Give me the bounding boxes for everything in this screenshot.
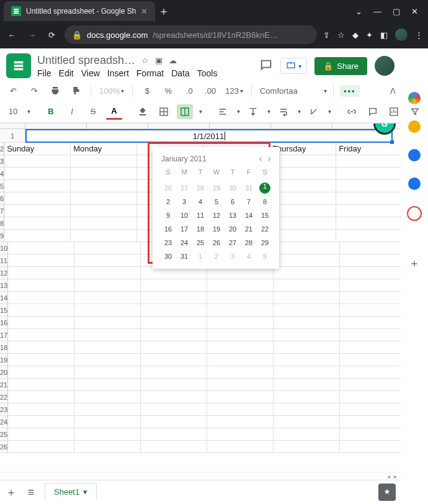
cell[interactable] bbox=[71, 180, 137, 192]
date-picker-day[interactable]: 25 bbox=[194, 236, 207, 249]
tasks-sidebar-icon[interactable] bbox=[408, 149, 421, 161]
increase-decimal-button[interactable]: .00 bbox=[202, 83, 218, 98]
date-picker-day[interactable]: 5 bbox=[210, 196, 223, 208]
date-picker-day[interactable]: 22 bbox=[258, 223, 272, 235]
cell[interactable] bbox=[207, 441, 274, 453]
row-header[interactable]: 6 bbox=[0, 192, 4, 205]
cell[interactable] bbox=[340, 341, 401, 354]
cell[interactable] bbox=[4, 217, 71, 230]
menu-insert[interactable]: Insert bbox=[107, 68, 129, 78]
row-header[interactable]: 15 bbox=[0, 304, 8, 317]
cell[interactable] bbox=[274, 254, 340, 267]
paint-format-button[interactable] bbox=[68, 83, 84, 98]
add-addon-button[interactable]: ＋ bbox=[409, 256, 420, 271]
cell[interactable] bbox=[74, 416, 141, 428]
cell[interactable] bbox=[8, 267, 74, 279]
cell[interactable] bbox=[336, 192, 401, 205]
row-header[interactable]: 14 bbox=[0, 292, 8, 304]
cell[interactable] bbox=[270, 180, 336, 192]
cell[interactable] bbox=[141, 441, 207, 453]
add-sheet-button[interactable]: ＋ bbox=[5, 485, 17, 500]
cell[interactable]: Thursday bbox=[270, 143, 336, 155]
date-picker-day[interactable]: 2 bbox=[210, 250, 223, 263]
link-button[interactable] bbox=[344, 104, 360, 119]
cell[interactable] bbox=[74, 254, 141, 267]
cell[interactable] bbox=[340, 379, 401, 391]
cell[interactable] bbox=[207, 379, 274, 391]
puzzle-icon[interactable]: ✦ bbox=[366, 30, 373, 40]
cell[interactable] bbox=[141, 403, 207, 416]
cell[interactable] bbox=[336, 217, 401, 230]
cell[interactable] bbox=[207, 317, 274, 329]
date-picker-day[interactable]: 8 bbox=[258, 196, 272, 208]
cell[interactable] bbox=[8, 354, 74, 366]
cell[interactable] bbox=[274, 366, 340, 379]
date-picker-popup[interactable]: January 2011 ‹ › SMTWTFS2627282930311234… bbox=[153, 147, 279, 269]
cell[interactable] bbox=[270, 192, 336, 205]
strike-button[interactable]: S bbox=[85, 104, 101, 119]
cell[interactable] bbox=[74, 354, 141, 366]
cell[interactable] bbox=[4, 192, 71, 205]
date-picker-day[interactable]: 29 bbox=[258, 236, 272, 249]
borders-button[interactable] bbox=[156, 104, 172, 119]
cell[interactable] bbox=[141, 428, 207, 441]
cell[interactable] bbox=[141, 304, 207, 317]
row-header[interactable]: 21 bbox=[0, 379, 8, 391]
menu-format[interactable]: Format bbox=[136, 68, 164, 78]
menu-data[interactable]: Data bbox=[171, 68, 190, 78]
cell[interactable] bbox=[207, 279, 274, 292]
date-picker-day[interactable]: 12 bbox=[210, 209, 223, 222]
cell[interactable] bbox=[274, 403, 340, 416]
date-picker-day[interactable]: 26 bbox=[210, 236, 223, 249]
forward-button[interactable]: → bbox=[25, 28, 38, 42]
comment-button[interactable] bbox=[365, 104, 381, 119]
italic-button[interactable]: I bbox=[64, 104, 80, 119]
sheets-logo-icon[interactable] bbox=[6, 53, 31, 78]
star-icon[interactable]: ☆ bbox=[141, 56, 149, 65]
kebab-menu-icon[interactable]: ⋮ bbox=[415, 30, 423, 40]
cell[interactable] bbox=[8, 292, 74, 304]
cell[interactable] bbox=[207, 428, 274, 441]
bookmark-icon[interactable]: ☆ bbox=[337, 30, 345, 40]
date-picker-day[interactable]: 2 bbox=[161, 196, 175, 208]
cell[interactable] bbox=[340, 279, 401, 292]
calendar-sidebar-icon[interactable] bbox=[408, 92, 421, 104]
cell[interactable] bbox=[207, 267, 274, 279]
merge-cells-button[interactable] bbox=[177, 104, 193, 119]
all-sheets-button[interactable]: ≡ bbox=[25, 486, 37, 499]
date-picker-day[interactable]: 16 bbox=[161, 223, 175, 235]
decrease-decimal-button[interactable]: .0 bbox=[181, 83, 197, 98]
cell[interactable] bbox=[274, 242, 340, 254]
date-picker-day[interactable]: 4 bbox=[194, 196, 207, 208]
row-header[interactable]: 19 bbox=[0, 354, 8, 366]
rotate-button[interactable] bbox=[306, 104, 322, 119]
cell[interactable] bbox=[141, 354, 207, 366]
cell[interactable] bbox=[270, 230, 336, 242]
date-picker-day[interactable]: 10 bbox=[177, 209, 191, 222]
date-picker-day[interactable]: 13 bbox=[226, 209, 239, 222]
cell[interactable] bbox=[340, 254, 401, 267]
cell[interactable] bbox=[207, 354, 274, 366]
wrap-button[interactable] bbox=[275, 104, 292, 119]
cell[interactable] bbox=[141, 329, 207, 341]
cell[interactable] bbox=[274, 379, 340, 391]
cell[interactable] bbox=[274, 317, 340, 329]
new-tab-button[interactable]: ＋ bbox=[155, 2, 172, 20]
cell[interactable] bbox=[270, 205, 336, 217]
date-picker-day[interactable]: 26 bbox=[161, 182, 175, 194]
doc-title[interactable]: Untitled spreadsh… bbox=[37, 54, 135, 67]
date-picker-day[interactable]: 29 bbox=[210, 182, 223, 194]
share-button[interactable]: 🔒 Share bbox=[314, 57, 367, 75]
row-header[interactable]: 17 bbox=[0, 329, 8, 341]
redo-button[interactable]: ↷ bbox=[26, 83, 42, 98]
cell[interactable] bbox=[8, 391, 74, 403]
cell[interactable] bbox=[340, 292, 401, 304]
row-header[interactable]: 4 bbox=[0, 168, 4, 180]
cell[interactable] bbox=[74, 304, 141, 317]
bold-button[interactable]: B bbox=[43, 104, 59, 119]
cell[interactable] bbox=[340, 267, 401, 279]
menu-tools[interactable]: Tools bbox=[197, 68, 218, 78]
date-picker-day[interactable]: 9 bbox=[161, 209, 175, 222]
extension-icon[interactable]: ◆ bbox=[352, 30, 359, 40]
cell[interactable] bbox=[336, 205, 401, 217]
